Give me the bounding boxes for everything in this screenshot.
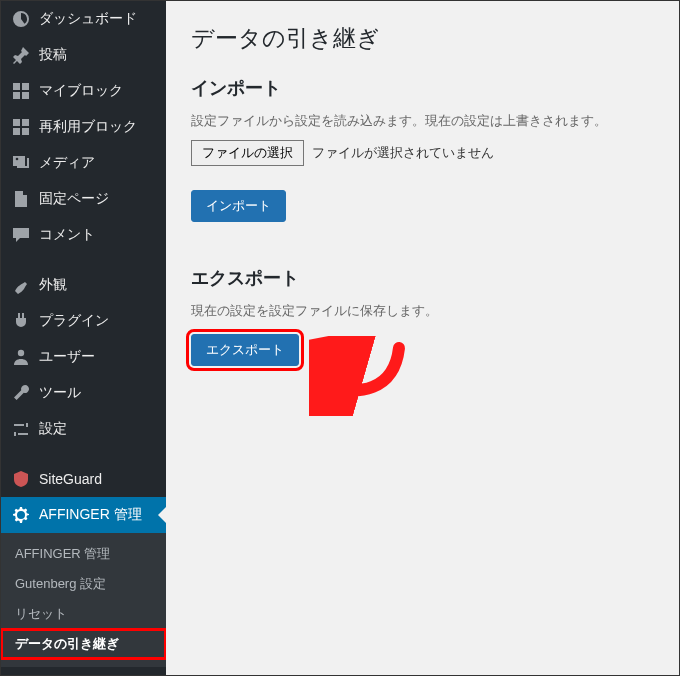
admin-sidebar: ダッシュボード 投稿 マイブロック 再利用ブロック メディア 固定ページ コメン…	[1, 1, 166, 675]
sidebar-item-label: メディア	[39, 154, 95, 172]
import-heading: インポート	[191, 76, 654, 100]
gear-icon	[11, 505, 31, 525]
file-input-row: ファイルの選択 ファイルが選択されていません	[191, 140, 654, 166]
export-heading: エクスポート	[191, 266, 654, 290]
siteguard-icon	[11, 469, 31, 489]
sidebar-item-label: SiteGuard	[39, 471, 102, 487]
sidebar-item-comments[interactable]: コメント	[1, 217, 166, 253]
file-state-text: ファイルが選択されていません	[312, 144, 494, 162]
import-desc: 設定ファイルから設定を読み込みます。現在の設定は上書きされます。	[191, 112, 654, 130]
submenu-reset[interactable]: リセット	[1, 599, 166, 629]
sidebar-item-label: 設定	[39, 420, 67, 438]
import-button[interactable]: インポート	[191, 190, 286, 222]
svg-point-0	[16, 158, 19, 161]
sidebar-item-label: マイブロック	[39, 82, 123, 100]
sidebar-item-siteguard[interactable]: SiteGuard	[1, 461, 166, 497]
sidebar-item-plugins[interactable]: プラグイン	[1, 303, 166, 339]
sidebar-item-label: 外観	[39, 276, 67, 294]
sidebar-item-media[interactable]: メディア	[1, 145, 166, 181]
dashboard-icon	[11, 9, 31, 29]
appearance-icon	[11, 275, 31, 295]
export-section: エクスポート 現在の設定を設定ファイルに保存します。 エクスポート	[191, 266, 654, 366]
sidebar-item-users[interactable]: ユーザー	[1, 339, 166, 375]
page-title: データの引き継ぎ	[191, 23, 654, 54]
sidebar-item-label: プラグイン	[39, 312, 109, 330]
sidebar-item-settings[interactable]: 設定	[1, 411, 166, 447]
sidebar-item-dashboard[interactable]: ダッシュボード	[1, 1, 166, 37]
sidebar-item-affinger[interactable]: AFFINGER 管理	[1, 497, 166, 533]
svg-point-1	[18, 350, 24, 356]
sidebar-item-myblock[interactable]: マイブロック	[1, 73, 166, 109]
sidebar-item-label: AFFINGER 管理	[39, 506, 142, 524]
sidebar-item-reuseblock[interactable]: 再利用ブロック	[1, 109, 166, 145]
sidebar-item-label: コメント	[39, 226, 95, 244]
reblock-icon	[11, 117, 31, 137]
submenu-affinger-admin[interactable]: AFFINGER 管理	[1, 539, 166, 569]
submenu-data-migration[interactable]: データの引き継ぎ	[1, 629, 166, 659]
affinger-submenu: AFFINGER 管理 Gutenberg 設定 リセット データの引き継ぎ	[1, 533, 166, 667]
export-desc: 現在の設定を設定ファイルに保存します。	[191, 302, 654, 320]
page-icon	[11, 189, 31, 209]
sidebar-item-posts[interactable]: 投稿	[1, 37, 166, 73]
pin-icon	[11, 45, 31, 65]
sidebar-item-label: 投稿	[39, 46, 67, 64]
user-icon	[11, 347, 31, 367]
settings-icon	[11, 419, 31, 439]
export-button[interactable]: エクスポート	[191, 334, 299, 366]
file-choose-button[interactable]: ファイルの選択	[191, 140, 304, 166]
sidebar-item-label: ユーザー	[39, 348, 95, 366]
plugin-icon	[11, 311, 31, 331]
tools-icon	[11, 383, 31, 403]
sidebar-item-label: ダッシュボード	[39, 10, 137, 28]
comment-icon	[11, 225, 31, 245]
submenu-gutenberg[interactable]: Gutenberg 設定	[1, 569, 166, 599]
main-content: データの引き継ぎ インポート 設定ファイルから設定を読み込みます。現在の設定は上…	[166, 1, 679, 675]
sidebar-item-label: 再利用ブロック	[39, 118, 137, 136]
import-section: インポート 設定ファイルから設定を読み込みます。現在の設定は上書きされます。 フ…	[191, 76, 654, 222]
sidebar-item-appearance[interactable]: 外観	[1, 267, 166, 303]
sidebar-item-label: ツール	[39, 384, 81, 402]
sidebar-item-label: 固定ページ	[39, 190, 109, 208]
sidebar-item-tools[interactable]: ツール	[1, 375, 166, 411]
grid-icon	[11, 81, 31, 101]
media-icon	[11, 153, 31, 173]
export-highlight: エクスポート	[191, 334, 299, 366]
sidebar-item-pages[interactable]: 固定ページ	[1, 181, 166, 217]
